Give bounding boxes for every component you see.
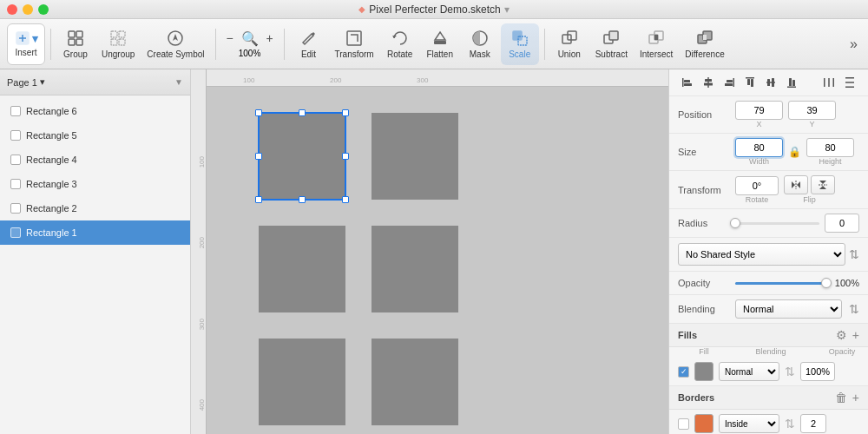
minimize-button[interactable] — [23, 4, 33, 15]
blending-label: Blending — [678, 304, 730, 314]
align-left-button[interactable] — [678, 73, 697, 92]
opacity-slider-thumb[interactable] — [821, 278, 832, 288]
distribute-h-button[interactable] — [819, 73, 838, 92]
fill-color-swatch[interactable] — [694, 362, 713, 381]
svg-rect-45 — [792, 80, 795, 86]
transform-button[interactable]: Transform — [330, 23, 379, 65]
border-arrows[interactable]: ⇅ — [785, 417, 795, 431]
union-button[interactable]: Union — [550, 23, 589, 65]
border-color-swatch[interactable] — [694, 414, 713, 433]
edit-button[interactable]: Edit — [290, 23, 328, 65]
size-width-input[interactable] — [735, 138, 783, 157]
shape-grid — [259, 113, 458, 425]
canvas-rect-6[interactable] — [372, 339, 458, 425]
align-top-button[interactable] — [740, 73, 760, 92]
layer-item-1[interactable]: Rectangle 6 — [0, 99, 190, 123]
shared-style-arrows[interactable]: ⇅ — [849, 247, 859, 261]
canvas-rect-1[interactable] — [259, 113, 345, 200]
layer-checkbox-3[interactable] — [10, 155, 21, 165]
align-center-h-button[interactable] — [699, 73, 718, 92]
layer-checkbox-2[interactable] — [10, 130, 21, 141]
resize-handle-br[interactable] — [342, 196, 349, 203]
fill-blend-select[interactable]: Normal — [719, 362, 779, 381]
canvas-content[interactable] — [207, 87, 668, 434]
align-middle-v-button[interactable] — [761, 73, 780, 92]
page-selector[interactable]: Page 1 ▾ — [7, 76, 45, 88]
fill-enabled-checkbox[interactable]: ✓ — [678, 366, 689, 378]
insert-button[interactable]: ▾ Insert — [7, 23, 45, 65]
flip-horizontal-button[interactable] — [784, 175, 808, 194]
resize-handle-bm[interactable] — [299, 196, 306, 203]
resize-handle-tm[interactable] — [299, 109, 306, 116]
radius-slider-thumb[interactable] — [730, 218, 740, 228]
subtract-button[interactable]: Subtract — [590, 23, 633, 65]
lock-proportions-icon[interactable]: 🔒 — [788, 146, 801, 158]
borders-add-button[interactable]: + — [852, 391, 859, 404]
resize-handle-ml[interactable] — [255, 153, 262, 160]
align-bottom-button[interactable] — [782, 73, 801, 92]
maximize-button[interactable] — [38, 4, 49, 15]
intersect-button[interactable]: Intersect — [635, 23, 678, 65]
mask-button[interactable]: Mask — [461, 23, 499, 65]
sidebar-scroll-button[interactable]: ▼ — [174, 77, 183, 87]
svg-rect-16 — [513, 31, 522, 40]
fills-add-button[interactable]: + — [852, 329, 859, 341]
align-top-icon — [744, 76, 756, 89]
layer-item-5[interactable]: Rectangle 2 — [0, 196, 190, 220]
shared-style-select[interactable]: No Shared Style — [678, 243, 845, 266]
flip-vertical-button[interactable] — [811, 175, 835, 194]
rotate-button[interactable]: Rotate — [381, 23, 419, 65]
align-right-button[interactable] — [720, 73, 739, 92]
canvas-rect-5[interactable] — [259, 339, 345, 425]
position-x-input[interactable] — [735, 101, 783, 120]
close-button[interactable] — [7, 4, 17, 15]
svg-rect-24 — [654, 35, 658, 40]
ungroup-button[interactable]: Ungroup — [96, 23, 140, 65]
fill-opacity-input[interactable] — [800, 362, 835, 381]
difference-button[interactable]: Difference — [680, 23, 729, 65]
canvas-area[interactable]: 100 200 300 100 200 300 400 — [191, 69, 668, 434]
blending-select[interactable]: Normal — [735, 299, 842, 319]
border-size-input[interactable] — [800, 414, 826, 433]
fills-settings-button[interactable]: ⚙ — [836, 329, 847, 341]
canvas-rect-3[interactable] — [259, 226, 345, 312]
scale-button[interactable]: Scale — [501, 23, 539, 65]
zoom-minus-button[interactable]: − — [221, 30, 239, 47]
distribute-v-button[interactable] — [840, 73, 859, 92]
svg-rect-33 — [704, 83, 713, 86]
zoom-plus-button[interactable]: + — [261, 30, 279, 47]
layer-checkbox-6[interactable] — [10, 227, 21, 238]
svg-rect-3 — [69, 31, 75, 37]
layer-checkbox-4[interactable] — [10, 179, 21, 189]
flatten-icon — [431, 29, 450, 48]
radius-input[interactable] — [825, 214, 859, 233]
canvas-rect-4[interactable] — [372, 226, 458, 312]
more-tools-button[interactable]: » — [846, 33, 861, 56]
size-height-input[interactable] — [806, 138, 854, 157]
svg-rect-48 — [833, 78, 835, 87]
position-y-input[interactable] — [788, 101, 836, 120]
flatten-button[interactable]: Flatten — [421, 23, 459, 65]
borders-delete-button[interactable]: 🗑 — [835, 391, 847, 404]
canvas-rect-2[interactable] — [372, 113, 458, 200]
resize-handle-tl[interactable] — [255, 109, 262, 116]
border-position-select[interactable]: Inside — [719, 414, 779, 433]
flip-v-icon — [817, 179, 829, 191]
layer-checkbox-5[interactable] — [10, 203, 21, 214]
fill-blend-arrows[interactable]: ⇅ — [785, 365, 795, 378]
resize-handle-bl[interactable] — [255, 196, 262, 203]
layer-item-2[interactable]: Rectangle 5 — [0, 123, 190, 148]
rotate-input[interactable] — [735, 176, 779, 195]
layer-item-3[interactable]: Rectangle 4 — [0, 148, 190, 172]
transform-label: Transform — [678, 185, 730, 195]
resize-handle-mr[interactable] — [342, 153, 349, 160]
layer-item-4[interactable]: Rectangle 3 — [0, 172, 190, 196]
resize-handle-tr[interactable] — [342, 109, 349, 116]
border-enabled-checkbox[interactable] — [678, 418, 689, 430]
blending-arrows[interactable]: ⇅ — [849, 302, 859, 316]
layer-item-6[interactable]: Rectangle 1 — [0, 220, 190, 245]
create-symbol-button[interactable]: Create Symbol — [141, 23, 209, 65]
transform-row: Transform Rotate Flip — [669, 171, 868, 209]
group-button[interactable]: Group — [56, 23, 95, 65]
layer-checkbox-1[interactable] — [10, 106, 21, 116]
